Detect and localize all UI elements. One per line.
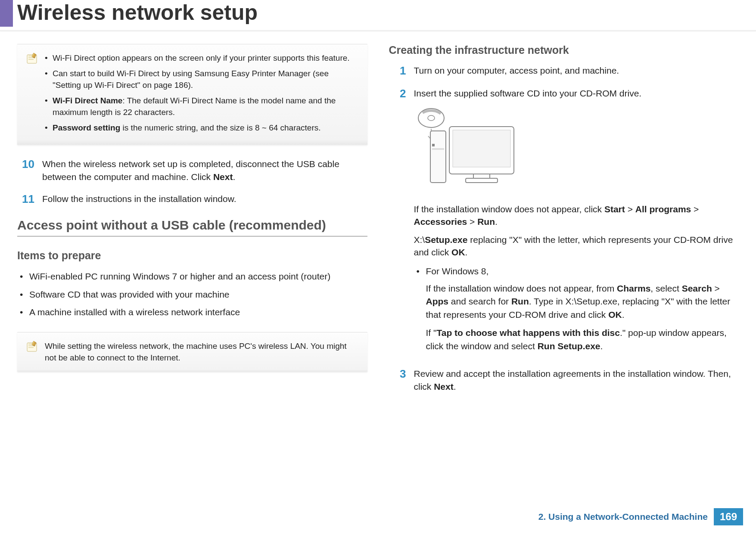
step-number: 1 bbox=[389, 64, 406, 78]
content-area: Wi-Fi Direct option appears on the scree… bbox=[0, 31, 756, 402]
note-icon bbox=[26, 340, 39, 353]
subheading-creating-infrastructure: Creating the infrastructure network bbox=[389, 44, 739, 56]
page-number: 169 bbox=[714, 508, 743, 525]
note-icon bbox=[26, 52, 39, 65]
svg-rect-10 bbox=[466, 178, 498, 183]
footer-chapter: 2. Using a Network-Connected Machine bbox=[538, 512, 708, 522]
svg-rect-6 bbox=[432, 148, 444, 150]
footer: 2. Using a Network-Connected Machine 169 bbox=[538, 508, 743, 525]
step-number: 2 bbox=[389, 87, 406, 358]
svg-point-3 bbox=[428, 115, 435, 121]
svg-rect-9 bbox=[473, 174, 490, 178]
step2-p1: Insert the supplied software CD into you… bbox=[414, 87, 739, 99]
subheading-items-to-prepare: Items to prepare bbox=[17, 249, 367, 262]
step2-p3: X:\Setup.exe replacing "X" with the lett… bbox=[414, 233, 739, 259]
step-10: 10 When the wireless network set up is c… bbox=[17, 158, 367, 183]
step-2: 2 Insert the supplied software CD into y… bbox=[389, 87, 739, 358]
step-text: Insert the supplied software CD into you… bbox=[414, 87, 739, 358]
step-number: 11 bbox=[17, 192, 34, 206]
step2-sub1: If the installation window does not appe… bbox=[414, 282, 739, 321]
step2-sub2: If "Tap to choose what happens with this… bbox=[414, 326, 739, 353]
step-text: Follow the instructions in the installat… bbox=[42, 192, 367, 206]
left-column: Wi-Fi Direct option appears on the scree… bbox=[17, 44, 367, 402]
note-item: Wi-Fi Direct Name: The default Wi-Fi Dir… bbox=[45, 95, 359, 118]
prepare-list: WiFi-enabled PC running Windows 7 or hig… bbox=[17, 270, 367, 319]
step-number: 10 bbox=[17, 158, 34, 183]
step2-p2: If the installation window does not appe… bbox=[414, 203, 739, 228]
list-item: Software CD that was provided with your … bbox=[17, 288, 367, 301]
step2-bullet-win8: For Windows 8, bbox=[414, 265, 739, 278]
header: Wireless network setup bbox=[0, 0, 756, 27]
svg-rect-5 bbox=[432, 144, 435, 146]
svg-rect-8 bbox=[453, 130, 510, 167]
svg-rect-4 bbox=[430, 131, 446, 183]
step-text: Turn on your computer, access point, and… bbox=[414, 64, 739, 78]
note-item: Password setting is the numeric string, … bbox=[45, 122, 359, 134]
note-body: While setting the wireless network, the … bbox=[45, 340, 359, 364]
list-item: A machine installed with a wireless netw… bbox=[17, 305, 367, 319]
page-title: Wireless network setup bbox=[13, 1, 258, 25]
note-item: Can start to build Wi-Fi Direct by using… bbox=[45, 68, 359, 91]
right-column: Creating the infrastructure network 1 Tu… bbox=[389, 44, 739, 402]
step-text: Review and accept the installation agree… bbox=[414, 367, 739, 393]
note-box-wireless-lan: While setting the wireless network, the … bbox=[17, 332, 367, 372]
list-item: WiFi-enabled PC running Windows 7 or hig… bbox=[17, 270, 367, 283]
section-heading-access-point: Access point without a USB cable (recomm… bbox=[17, 218, 367, 236]
step-3: 3 Review and accept the installation agr… bbox=[389, 367, 739, 393]
header-accent-tab bbox=[0, 0, 13, 27]
cd-computer-illustration bbox=[414, 105, 739, 194]
step-11: 11 Follow the instructions in the instal… bbox=[17, 192, 367, 206]
step-1: 1 Turn on your computer, access point, a… bbox=[389, 64, 739, 78]
step-text: When the wireless network set up is comp… bbox=[42, 158, 367, 183]
note-body: Wi-Fi Direct option appears on the scree… bbox=[45, 52, 359, 137]
step-number: 3 bbox=[389, 367, 406, 393]
note-box-wifi-direct: Wi-Fi Direct option appears on the scree… bbox=[17, 44, 367, 145]
note-item: Wi-Fi Direct option appears on the scree… bbox=[45, 52, 359, 64]
